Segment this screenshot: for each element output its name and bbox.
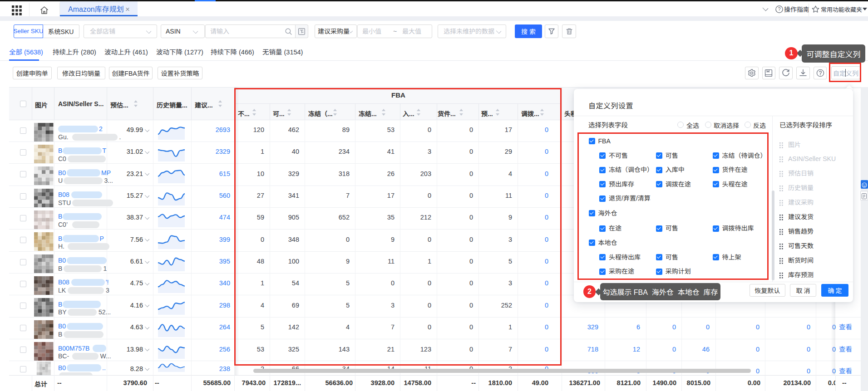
svg-text:?: ? — [778, 6, 780, 12]
